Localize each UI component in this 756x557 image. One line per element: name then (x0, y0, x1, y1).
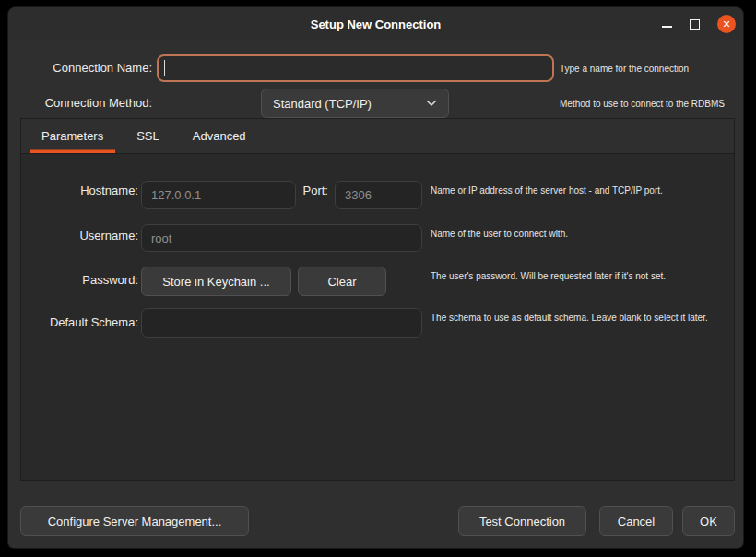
default-schema-label: Default Schema: (14, 314, 138, 332)
minimize-icon (662, 26, 672, 28)
port-label: Port: (285, 182, 328, 200)
ok-button[interactable]: OK (682, 506, 735, 536)
maximize-button[interactable] (690, 19, 700, 30)
connection-name-input[interactable] (157, 54, 554, 82)
default-schema-input[interactable] (141, 308, 422, 338)
tab-ssl[interactable]: SSL (124, 119, 171, 153)
default-schema-help: The schema to use as default schema. Lea… (431, 312, 708, 324)
connection-method-select[interactable]: Standard (TCP/IP) (261, 89, 449, 118)
username-input[interactable] (141, 224, 422, 252)
close-button[interactable]: ✕ (717, 15, 736, 33)
tabstrip: Parameters SSL Advanced (21, 119, 734, 154)
test-connection-button[interactable]: Test Connection (458, 506, 586, 536)
cancel-button[interactable]: Cancel (599, 506, 673, 536)
hostname-input[interactable] (141, 181, 296, 209)
setup-new-connection-dialog: Setup New Connection ✕ Connection Name: … (8, 7, 743, 548)
hostname-label: Hostname: (14, 182, 138, 200)
connection-name-label: Connection Name: (14, 59, 152, 77)
maximize-icon (690, 19, 700, 30)
close-icon: ✕ (722, 15, 730, 33)
password-help: The user's password. Will be requested l… (431, 270, 666, 282)
port-input[interactable] (335, 181, 422, 209)
hostname-help: Name or IP address of the server host - … (431, 184, 663, 196)
configure-server-management-button[interactable]: Configure Server Management... (20, 506, 249, 536)
connection-settings-panel: Parameters SSL Advanced (20, 118, 735, 481)
connection-name-help: Type a name for the connection (560, 63, 689, 75)
store-in-keychain-button[interactable]: Store in Keychain ... (141, 267, 291, 296)
window-controls: ✕ (662, 7, 736, 41)
window-title: Setup New Connection (311, 18, 442, 31)
minimize-button[interactable] (662, 20, 672, 28)
password-label: Password: (14, 271, 138, 290)
username-help: Name of the user to connect with. (431, 228, 568, 240)
username-label: Username: (14, 227, 138, 245)
titlebar: Setup New Connection ✕ (8, 7, 743, 41)
connection-method-value: Standard (TCP/IP) (273, 97, 372, 111)
tab-parameters[interactable]: Parameters (30, 119, 115, 153)
connection-method-help: Method to use to connect to the RDBMS (560, 98, 725, 110)
connection-method-label: Connection Method: (14, 94, 152, 113)
tab-advanced[interactable]: Advanced (181, 119, 258, 153)
clear-password-button[interactable]: Clear (298, 267, 386, 296)
chevron-down-icon (426, 100, 437, 107)
text-cursor (164, 60, 165, 76)
